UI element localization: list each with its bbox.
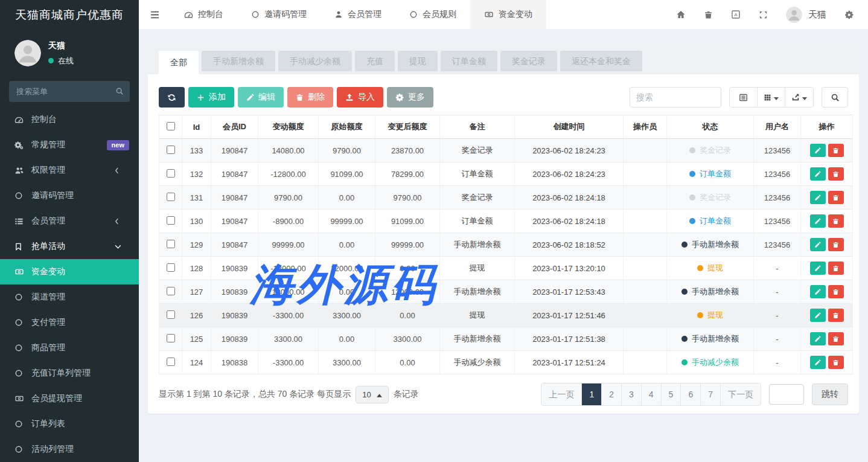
edit-button[interactable]: 编辑 (238, 87, 284, 107)
jump-page-input[interactable] (769, 384, 804, 405)
row-delete-button[interactable] (828, 144, 844, 157)
sidebar-item[interactable]: 常规管理new (0, 132, 139, 158)
row-checkbox[interactable] (167, 263, 175, 272)
filter-tab[interactable]: 提现 (398, 51, 438, 71)
row-delete-button[interactable] (828, 167, 844, 181)
sidebar-item[interactable]: 抢单活动 (0, 234, 139, 259)
row-edit-button[interactable] (810, 332, 826, 345)
hamburger-icon[interactable] (139, 0, 170, 29)
filter-tab[interactable]: 订单金额 (441, 51, 497, 71)
sidebar-item[interactable]: 资金变动 (0, 259, 139, 284)
sidebar-item[interactable]: 支付管理 (0, 310, 139, 335)
prev-page-button[interactable]: 上一页 (541, 383, 582, 405)
navbar-tab[interactable]: 会员管理 (321, 0, 395, 29)
refresh-button[interactable] (159, 87, 185, 107)
export-button[interactable] (785, 88, 813, 107)
jump-button[interactable]: 跳转 (812, 383, 848, 405)
cell-operator (624, 327, 667, 351)
fullscreen-icon[interactable] (759, 10, 768, 19)
columns-button[interactable] (758, 88, 785, 107)
page-number-button[interactable]: 2 (602, 383, 622, 405)
navbar-user-menu[interactable]: 天猫 (786, 7, 826, 23)
add-button[interactable]: 添加 (188, 87, 234, 107)
row-checkbox[interactable] (167, 358, 175, 366)
page-number-button[interactable]: 6 (681, 383, 701, 405)
filter-tab[interactable]: 手动减少余额 (278, 51, 352, 71)
page-number-button[interactable]: 4 (642, 383, 662, 405)
trash-icon[interactable] (704, 10, 713, 19)
row-checkbox[interactable] (167, 216, 175, 225)
row-checkbox[interactable] (167, 310, 175, 319)
page-size-select[interactable]: 10 (356, 386, 388, 403)
navbar-tab[interactable]: 会员规则 (395, 0, 470, 29)
row-edit-button[interactable] (810, 309, 826, 322)
row-edit-button[interactable] (810, 191, 826, 204)
status-label: 提现 (707, 310, 723, 321)
sidebar-item[interactable]: 邀请码管理 (0, 183, 139, 208)
navbar-tab[interactable]: 控制台 (170, 0, 237, 29)
pagination-toggle-button[interactable] (730, 88, 758, 107)
home-icon[interactable] (676, 10, 686, 19)
row-delete-button[interactable] (828, 309, 844, 322)
row-delete-button[interactable] (828, 332, 844, 345)
cell-actions (801, 351, 853, 374)
row-delete-button[interactable] (828, 261, 844, 275)
row-delete-button[interactable] (828, 356, 844, 369)
table-search-input[interactable] (630, 87, 721, 107)
row-checkbox[interactable] (167, 146, 175, 154)
import-button[interactable]: 导入 (337, 87, 383, 107)
sidebar-item[interactable]: 会员管理 (0, 208, 139, 234)
sidebar-item[interactable]: 渠道管理 (0, 284, 139, 310)
page-number-button[interactable]: 7 (701, 383, 721, 405)
cell-id: 128 (182, 257, 211, 280)
menu-search-input[interactable] (9, 81, 130, 102)
page-number-button[interactable]: 3 (622, 383, 642, 405)
grid-columns-icon (764, 94, 771, 101)
row-edit-button[interactable] (810, 356, 826, 369)
cell-operator (624, 233, 667, 257)
sidebar-item[interactable]: 控制台 (0, 107, 139, 132)
row-edit-button[interactable] (810, 285, 826, 298)
row-checkbox[interactable] (167, 169, 175, 178)
row-checkbox[interactable] (167, 287, 175, 295)
sidebar-item[interactable]: 权限管理 (0, 158, 139, 183)
page-number-button[interactable]: 1 (582, 383, 602, 405)
row-delete-button[interactable] (828, 238, 844, 251)
cell-change: 9790.00 (258, 186, 319, 210)
row-delete-button[interactable] (828, 191, 844, 204)
language-icon[interactable]: A (731, 10, 741, 19)
select-all-checkbox[interactable] (167, 122, 175, 130)
cell-operator (624, 351, 667, 374)
filter-tab[interactable]: 返还本金和奖金 (560, 51, 642, 71)
sidebar-item-label: 控制台 (31, 114, 57, 125)
filter-tab[interactable]: 充值 (355, 51, 395, 71)
sidebar-item[interactable]: 活动列管理 (0, 437, 139, 462)
row-edit-button[interactable] (810, 238, 826, 251)
row-delete-button[interactable] (828, 214, 844, 228)
navbar-tab[interactable]: 资金变动 (470, 0, 546, 29)
row-checkbox[interactable] (167, 240, 175, 248)
row-edit-button[interactable] (810, 167, 826, 181)
more-button[interactable]: 更多 (387, 87, 433, 107)
next-page-button[interactable]: 下一页 (721, 383, 761, 405)
sidebar-item[interactable]: 订单列表 (0, 411, 139, 437)
filter-tab[interactable]: 全部 (159, 51, 199, 74)
row-edit-button[interactable] (810, 214, 826, 228)
cell-username: - (754, 351, 801, 374)
filter-tab[interactable]: 奖金记录 (500, 51, 557, 71)
row-checkbox[interactable] (167, 334, 175, 342)
sidebar-item[interactable]: 充值订单列管理 (0, 361, 139, 386)
sidebar-item[interactable]: 商品管理 (0, 335, 139, 361)
sidebar-item[interactable]: 会员提现管理 (0, 386, 139, 411)
page-number-button[interactable]: 5 (662, 383, 681, 405)
delete-button[interactable]: 删除 (287, 87, 333, 107)
row-checkbox[interactable] (167, 193, 175, 201)
navbar-tab[interactable]: 邀请码管理 (237, 0, 321, 29)
filter-tab[interactable]: 手动新增余额 (202, 51, 275, 71)
settings-gears-icon[interactable] (844, 10, 855, 20)
row-edit-button[interactable] (810, 261, 826, 275)
row-edit-button[interactable] (810, 144, 826, 157)
row-delete-button[interactable] (828, 285, 844, 298)
column-header: 操作员 (624, 115, 667, 139)
search-button[interactable] (822, 87, 848, 107)
